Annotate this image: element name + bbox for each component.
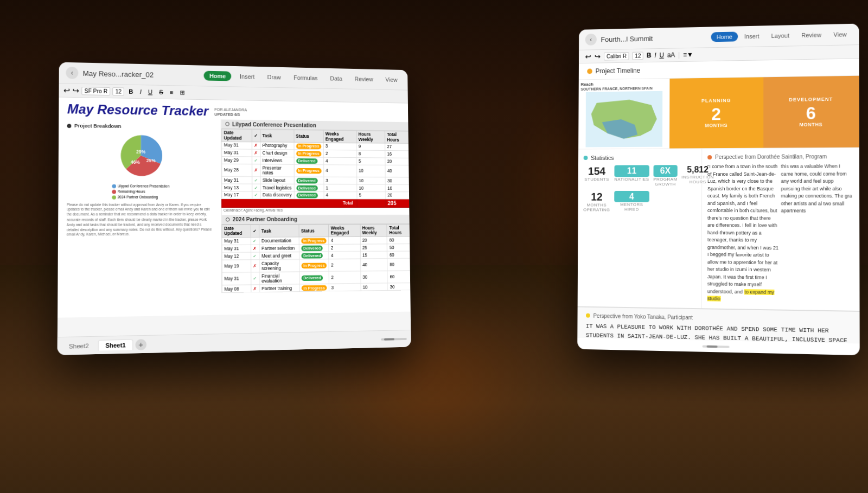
font-name[interactable]: SF Pro R <box>81 87 110 95</box>
timeline-dot <box>587 69 592 74</box>
sheet-tab-sheet1[interactable]: Sheet1 <box>98 340 133 351</box>
spreadsheet-content: May Resource Tracker FOR ALEJANDRA UPDAT… <box>58 98 411 318</box>
yoko-title: Perspective from Yoko Tanaka, Participan… <box>593 312 692 320</box>
sheet-tab-sheet2[interactable]: Sheet2 <box>62 341 95 351</box>
months-value: 12 <box>583 191 610 203</box>
excel-back-button[interactable]: ‹ <box>66 67 78 79</box>
section1-bullet <box>67 124 72 128</box>
perspective-dorothee-section: Perspective from Dorothée Saintilan, Pro… <box>702 148 860 311</box>
stat-growth: 6X PROGRAM GROWTH <box>653 165 677 186</box>
legend-lilypad: Lilypad Conference Presentation <box>118 183 170 189</box>
students-value: 154 <box>584 165 610 177</box>
table-row: May 31✓Slide layout Delivered 31030 <box>222 176 410 184</box>
stats-grid: 154 STUDENTS 11 NATIONALITIES 6X PROGRAM… <box>583 165 696 212</box>
word-tab-insert[interactable]: Insert <box>739 31 765 41</box>
stat-months: 12 MONTHS OPERATING <box>583 191 610 212</box>
excel-tab-draw[interactable]: Draw <box>263 72 285 82</box>
table-row: May 08✗Partner training In Progress 3103… <box>222 283 411 292</box>
font-size[interactable]: 12 <box>112 87 124 95</box>
legend-remaining: Remaining Hours <box>118 189 145 195</box>
windows-container: ‹ May Reso...racker_02 Home Insert Draw … <box>0 0 868 493</box>
strikethrough-btn[interactable]: S <box>157 88 165 96</box>
spreadsheet-title: May Resource Tracker <box>67 101 209 119</box>
timeline-planning-card: PLANNING 2 Months <box>669 77 763 148</box>
add-sheet-button[interactable]: + <box>135 339 146 350</box>
months-label: MONTHS OPERATING <box>583 202 610 212</box>
underline-btn[interactable]: U <box>146 88 155 95</box>
perspective-left-col: "I come from a town in the south of Fran… <box>707 163 779 304</box>
redo-btn[interactable]: ↪ <box>73 86 80 95</box>
excel-tab-formulas[interactable]: Formulas <box>289 73 322 83</box>
excel-tab-home[interactable]: Home <box>204 71 231 81</box>
word-window-title: Fourth...l Summit <box>601 34 653 43</box>
col-weekly: Hours Weekly <box>356 131 385 143</box>
scroll-thumb-right[interactable] <box>707 345 718 348</box>
nationalities-label: NATIONALITIES <box>614 177 649 182</box>
word-tab-layout[interactable]: Layout <box>766 30 795 41</box>
excel-tab-data[interactable]: Data <box>326 74 347 84</box>
excel-tab-review[interactable]: Review <box>350 74 378 84</box>
table2: Date Updated✓Task StatusWeeks EngagedHou… <box>221 224 410 293</box>
highlight-span: to expand my studio <box>707 289 774 302</box>
word-back-button[interactable]: ‹ <box>585 34 597 46</box>
word-tab-view[interactable]: View <box>828 29 852 40</box>
persp-dot <box>707 155 712 159</box>
timeline-title: Project Timeline <box>596 67 641 75</box>
mentors-value: 4 <box>614 191 649 202</box>
redo-btn[interactable]: ↪ <box>595 52 601 61</box>
reach-subtext: SOUTHERN FRANCE, NORTHERN SPAIN <box>581 86 653 91</box>
undo-btn[interactable]: ↩ <box>585 52 592 61</box>
format-option[interactable]: ≡▼ <box>683 51 693 59</box>
word-tab-home[interactable]: Home <box>711 31 738 42</box>
section3-bullet <box>226 217 229 221</box>
total-row: Total 205 <box>222 199 410 208</box>
bold-btn[interactable]: B <box>647 52 651 59</box>
stat-students: 154 STUDENTS <box>583 165 610 187</box>
excel-tab-insert[interactable]: Insert <box>235 72 259 82</box>
timeline-development-card: DEVELOPMENT 6 Months <box>763 76 859 148</box>
underline-btn[interactable]: U <box>659 52 664 59</box>
mentors-label: MENTORS HIRED <box>614 202 649 212</box>
development-label: DEVELOPMENT <box>789 97 833 103</box>
stat-nationalities: 11 NATIONALITIES <box>614 165 649 186</box>
undo-btn[interactable]: ↩ <box>63 86 71 94</box>
col-total: Total Hours <box>385 131 409 144</box>
bold-btn[interactable]: B <box>126 88 135 95</box>
yoko-section: Perspective from Yoko Tanaka, Participan… <box>577 306 859 343</box>
format-btn[interactable]: ⊞ <box>177 88 187 97</box>
font-size[interactable]: 12 <box>633 52 644 60</box>
col-task: Task <box>260 130 293 142</box>
table-row: May 17✓Data discovery Delivered 4520 <box>222 191 410 199</box>
yoko-header: Perspective from Yoko Tanaka, Participan… <box>586 312 851 323</box>
font-name[interactable]: Calibri R <box>604 52 629 60</box>
excel-window-title: May Reso...racker_02 <box>83 69 200 80</box>
svg-text:29%: 29% <box>136 149 146 155</box>
word-tab-review[interactable]: Review <box>796 30 827 40</box>
pie-chart: 29% 25% 46% <box>118 133 164 178</box>
font-size-toggle[interactable]: aA <box>667 51 675 59</box>
table1: Date Updated ✓ Task Status Weeks Engaged… <box>221 129 410 208</box>
col-status: Status <box>293 130 323 143</box>
section3-title: 2024 Partner Onboarding <box>233 216 297 222</box>
stats-header: Statistics <box>584 154 697 161</box>
separator: | <box>678 51 680 59</box>
yoko-dot <box>586 313 590 318</box>
stats-title: Statistics <box>591 155 614 161</box>
svg-text:25%: 25% <box>146 158 156 163</box>
svg-text:46%: 46% <box>131 159 141 165</box>
perspective-text-cols: "I come from a town in the south of Fran… <box>707 163 854 305</box>
planning-label: PLANNING <box>701 98 731 104</box>
growth-value: 6X <box>653 165 677 177</box>
students-label: STUDENTS <box>583 177 610 182</box>
align-btn[interactable]: ≡ <box>168 88 176 96</box>
development-unit: Months <box>799 121 822 127</box>
italic-btn[interactable]: I <box>654 52 656 59</box>
italic-btn[interactable]: I <box>138 88 144 95</box>
scroll-thumb[interactable] <box>384 338 394 340</box>
stat-mentors: 4 MENTORS HIRED <box>614 191 649 213</box>
planning-months: 2 <box>711 105 721 123</box>
col-check: ✓ <box>252 130 260 142</box>
statistics-section: Statistics 154 STUDENTS 11 NATIONALITIES… <box>578 149 703 308</box>
excel-tab-view[interactable]: View <box>381 75 401 85</box>
stats-perspective-row: Statistics 154 STUDENTS 11 NATIONALITIES… <box>578 148 860 311</box>
